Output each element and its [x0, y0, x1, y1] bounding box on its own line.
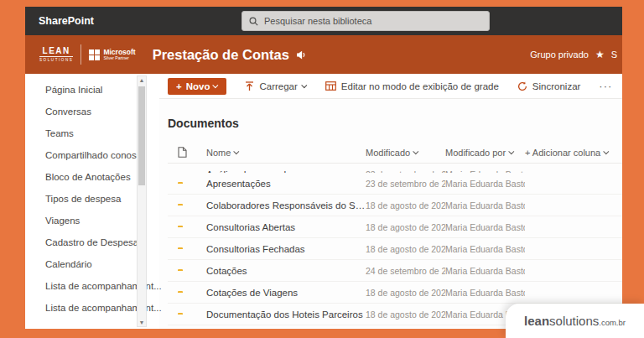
row-name[interactable]: Cotações: [206, 266, 366, 276]
grid-icon: [325, 81, 336, 91]
watermark-bold-text: lean: [524, 314, 549, 328]
table-row[interactable]: Consultorias Abertas 18 de agosto de 202…: [168, 216, 622, 238]
row-name[interactable]: Colaboradores Responsáveis do Setor: [206, 200, 366, 211]
more-options-button[interactable]: ···: [599, 80, 612, 92]
row-modified-by: Maria Eduarda Bastos: [445, 244, 525, 254]
row-modified: 23 de setembro de 2021: [366, 169, 445, 174]
row-modified: 18 de agosto de 2021: [366, 309, 445, 320]
table-row[interactable]: Análise de mercado 23 de setembro de 202…: [168, 164, 622, 173]
main-content: + Novo Carregar Editar no modo de exibiç…: [159, 74, 622, 329]
microsoft-logo-text: Microsoft: [103, 49, 135, 56]
row-name[interactable]: Apresentações: [206, 179, 366, 189]
sync-button-label: Sincronizar: [532, 81, 581, 91]
chevron-down-icon: [213, 82, 219, 88]
row-modified: 23 de setembro de 2021: [366, 179, 445, 189]
command-bar: + Novo Carregar Editar no modo de exibiç…: [159, 74, 622, 99]
search-placeholder: Pesquisar nesta biblioteca: [264, 16, 371, 26]
upload-icon: [245, 81, 254, 91]
privacy-label: Grupo privado: [530, 49, 589, 60]
lean-logo-text: LEAN: [39, 47, 73, 57]
watermark-suffix-text: .com.br: [599, 318, 626, 327]
column-header-adicionar-coluna[interactable]: + Adicionar coluna: [525, 148, 622, 158]
row-modified: 24 de setembro de 2021: [366, 266, 445, 276]
site-title[interactable]: Prestação de Contas: [153, 47, 306, 63]
table-row[interactable]: Apresentações 23 de setembro de 2021 Mar…: [168, 173, 622, 195]
row-modified: 18 de agosto de 2021: [366, 288, 445, 298]
sharepoint-brand: SharePoint: [25, 15, 94, 27]
new-button-label: Novo: [186, 81, 210, 91]
scroll-down-icon[interactable]: ▼: [138, 319, 146, 326]
sync-icon: [517, 81, 527, 91]
lean-logo: LEAN SOLUTIONS: [39, 47, 73, 62]
search-input[interactable]: Pesquisar nesta biblioteca: [242, 11, 490, 31]
sync-button[interactable]: Sincronizar: [517, 81, 581, 91]
documents-table: Nome Modificado Modificado por + Adicion…: [159, 142, 622, 325]
column-header-nome[interactable]: Nome: [206, 148, 366, 158]
chevron-down-icon: [301, 82, 307, 88]
site-title-text: Prestação de Contas: [153, 47, 289, 63]
row-name[interactable]: Cotações de Viagens: [206, 288, 366, 298]
megaphone-icon: [295, 49, 306, 60]
star-icon[interactable]: ★: [595, 49, 605, 60]
row-modified-by: Maria Eduarda Bastos: [445, 266, 525, 276]
lean-logo-subtext: SOLUTIONS: [39, 59, 73, 63]
table-row[interactable]: Cotações de Viagens 18 de agosto de 2021…: [168, 282, 622, 304]
row-modified: 18 de agosto de 2021: [366, 222, 445, 232]
table-row[interactable]: Cotações 24 de setembro de 2021 Maria Ed…: [168, 260, 622, 282]
sidebar-scrollbar[interactable]: ▲ ▼: [137, 75, 147, 327]
logo-divider: [80, 44, 81, 65]
row-name[interactable]: Consultorias Fechadas: [206, 244, 366, 254]
chevron-down-icon: [508, 148, 514, 154]
row-modified: 18 de agosto de 2021: [366, 244, 445, 254]
microsoft-partner-logo: Microsoft Silver Partner: [89, 49, 135, 61]
scroll-up-icon[interactable]: ▲: [138, 76, 146, 84]
left-nav: Página Inicial Conversas Teams Compartil…: [25, 74, 159, 329]
row-name[interactable]: Consultorias Abertas: [206, 222, 366, 232]
scrollbar-thumb[interactable]: [138, 86, 145, 185]
leansolutions-watermark: leansolutions.com.br: [506, 304, 644, 338]
site-header: LEAN SOLUTIONS Microsoft Silver Partner …: [25, 35, 622, 74]
table-row[interactable]: Consultorias Fechadas 18 de agosto de 20…: [168, 238, 622, 260]
row-modified-by: Maria Eduarda Bastos: [445, 179, 525, 189]
row-name[interactable]: Análise de mercado: [206, 169, 366, 174]
grid-edit-button[interactable]: Editar no modo de exibição de grade: [325, 81, 499, 91]
sharepoint-window: SharePoint Pesquisar nesta biblioteca LE…: [25, 7, 622, 329]
partially-scrolled-row: Análise de mercado 23 de setembro de 202…: [168, 164, 622, 173]
library-title: Documentos: [168, 117, 622, 130]
plus-icon: +: [176, 81, 182, 91]
row-modified-by: Maria Eduarda Bastos: [445, 222, 525, 232]
search-icon: [249, 17, 258, 26]
microsoft-partner-text: Silver Partner: [103, 56, 135, 60]
row-modified-by: Maria Eduarda Bastos: [445, 288, 525, 298]
new-button[interactable]: + Novo: [168, 78, 226, 95]
row-modified-by: Maria Eduarda Bastos: [445, 200, 525, 211]
table-header: Nome Modificado Modificado por + Adicion…: [168, 142, 622, 164]
chevron-down-icon: [603, 148, 609, 154]
grid-edit-label: Editar no modo de exibição de grade: [341, 81, 499, 91]
watermark-regular-text: solutions: [549, 314, 599, 328]
row-modified: 18 de agosto de 2021: [366, 200, 445, 211]
column-header-modificado[interactable]: Modificado: [366, 148, 445, 158]
column-header-modificado-por[interactable]: Modificado por: [445, 148, 525, 158]
table-row[interactable]: Colaboradores Responsáveis do Setor 18 d…: [168, 195, 622, 216]
suite-bar: SharePoint Pesquisar nesta biblioteca: [25, 7, 622, 35]
upload-button-label: Carregar: [259, 81, 297, 91]
row-name[interactable]: Documentação dos Hoteis Parceiros: [206, 309, 366, 320]
chevron-down-icon: [413, 148, 418, 154]
chevron-down-icon: [234, 148, 240, 154]
row-modified-by: Maria Eduarda Bastos: [445, 169, 525, 174]
file-type-column-icon[interactable]: [168, 147, 206, 158]
follow-label[interactable]: S: [611, 49, 617, 60]
upload-button[interactable]: Carregar: [245, 81, 306, 91]
microsoft-logo-icon: [89, 49, 100, 60]
